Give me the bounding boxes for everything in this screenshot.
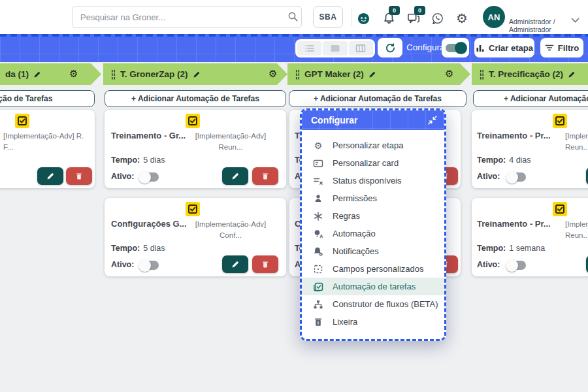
task-card[interactable]: Treinamento - Pr... [Implementação-Adv] … bbox=[472, 110, 588, 188]
task-card[interactable]: Treinamento - Pr... [Implementação-Adv] … bbox=[472, 198, 588, 276]
stage-header[interactable]: GPT Maker (2) bbox=[287, 63, 470, 85]
groner-app: SBA 0 0 ⚙ AN Administrador / Administrad… bbox=[0, 0, 588, 392]
avatar[interactable]: AN bbox=[483, 6, 505, 28]
card-subtitle: Reun... bbox=[182, 142, 280, 153]
stage-title: da (1) bbox=[5, 69, 29, 79]
stage-title: GPT Maker (2) bbox=[304, 69, 364, 79]
card-tempo: Tempo:1 semana bbox=[477, 244, 545, 253]
collapse-icon[interactable] bbox=[427, 115, 438, 128]
menu-item-notificacoes[interactable]: Notificações bbox=[302, 242, 444, 260]
popup-title: Configurar bbox=[311, 115, 358, 125]
card-tempo: Tempo:5 dias bbox=[111, 244, 165, 253]
menu-item-status-disponiveis[interactable]: Status disponíveis bbox=[302, 172, 444, 189]
card-tempo: Tempo:4 dias bbox=[477, 155, 531, 165]
edit-button[interactable] bbox=[37, 167, 63, 185]
assistant-icon[interactable] bbox=[356, 11, 370, 25]
top-bar: SBA 0 0 ⚙ AN Administrador / Administrad… bbox=[0, 0, 588, 34]
task-card[interactable]: Configurações G... [Implementação-Adv] C… bbox=[105, 198, 286, 276]
drag-handle-icon[interactable] bbox=[295, 69, 300, 80]
drag-handle-icon[interactable] bbox=[480, 69, 484, 80]
menu-item-permissoes[interactable]: Permissões bbox=[302, 189, 444, 207]
whatsapp-icon[interactable] bbox=[430, 11, 444, 25]
stage-title: T. GronerZap (2) bbox=[120, 69, 188, 79]
task-card[interactable]: [Implementação-Adv] R. F... bbox=[0, 110, 95, 188]
kanban-board: da (1) ⚙ + Adicionar Automação de Tarefa… bbox=[0, 62, 588, 392]
delete-button[interactable] bbox=[66, 167, 92, 185]
stage-gear-icon[interactable]: ⚙ bbox=[69, 69, 78, 78]
create-stage-button[interactable]: Criar etapa bbox=[474, 38, 534, 57]
edit-button[interactable] bbox=[222, 167, 248, 185]
edit-pencil-icon bbox=[568, 71, 576, 78]
notifications-badge: 0 bbox=[389, 6, 400, 15]
task-check-icon bbox=[15, 114, 29, 128]
menu-item-personalizar-card[interactable]: Personalizar card bbox=[302, 154, 444, 172]
active-toggle[interactable] bbox=[140, 172, 159, 182]
add-task-automation-button[interactable]: + Adicionar Automação de Tarefas bbox=[105, 90, 286, 107]
bar-chart-icon bbox=[476, 43, 485, 52]
card-icon bbox=[312, 158, 324, 169]
active-toggle[interactable] bbox=[508, 261, 526, 270]
card-view-icon[interactable] bbox=[323, 41, 347, 56]
configure-popup: Configurar ⚙ Personalizar etapa Personal… bbox=[300, 108, 446, 341]
refresh-button[interactable] bbox=[378, 38, 402, 57]
flow-tree-icon bbox=[312, 299, 324, 310]
edit-button[interactable] bbox=[222, 255, 248, 273]
task-check-icon bbox=[553, 202, 567, 216]
stage-gear-icon[interactable]: ⚙ bbox=[445, 69, 453, 78]
configure-popup-header[interactable]: Configurar bbox=[302, 110, 444, 130]
sba-button[interactable]: SBA bbox=[313, 6, 343, 28]
filter-button[interactable]: Filtro bbox=[540, 38, 583, 57]
stage-header[interactable]: da (1) bbox=[0, 63, 101, 85]
list-view-icon[interactable] bbox=[297, 41, 321, 56]
search-input[interactable] bbox=[72, 6, 302, 28]
asterisk-icon bbox=[312, 211, 324, 221]
card-ativo-label: Ativo: bbox=[111, 260, 137, 269]
active-toggle[interactable] bbox=[140, 261, 159, 270]
card-title: Treinamento - Gr... bbox=[111, 131, 186, 140]
task-check-icon bbox=[186, 114, 200, 128]
add-task-automation-button[interactable]: + Adicionar Automação de Tarefas bbox=[0, 90, 95, 107]
trash-icon bbox=[312, 317, 324, 327]
delete-button[interactable] bbox=[252, 255, 278, 273]
svg-text:A: A bbox=[319, 234, 323, 238]
menu-item-lixeira[interactable]: Lixeira bbox=[302, 313, 444, 331]
stage-gear-icon[interactable]: ⚙ bbox=[269, 69, 277, 78]
chevron-down-icon[interactable] bbox=[571, 14, 580, 26]
custom-fields-icon bbox=[312, 264, 324, 274]
active-toggle[interactable] bbox=[508, 172, 526, 182]
card-subtitle: [Implementação-Adv] bbox=[182, 131, 280, 142]
menu-item-regras[interactable]: Regras bbox=[302, 207, 444, 225]
task-check-icon bbox=[553, 114, 567, 128]
menu-item-campos-personalizados[interactable]: Campos personalizados bbox=[302, 260, 444, 278]
card-subtitle: F... bbox=[3, 142, 93, 153]
lightbulb-icon: A bbox=[312, 229, 324, 239]
card-ativo-label: Ativo: bbox=[477, 260, 503, 269]
configure-menu: ⚙ Personalizar etapa Personalizar card S… bbox=[302, 130, 444, 331]
card-title: Treinamento - Pr... bbox=[477, 219, 551, 229]
bell-gear-icon bbox=[312, 246, 324, 257]
view-switcher bbox=[295, 39, 375, 57]
settings-gear-icon[interactable]: ⚙ bbox=[455, 11, 469, 25]
menu-item-construtor-de-fluxos[interactable]: Construtor de fluxos (BETA) bbox=[302, 295, 444, 313]
stage-header[interactable]: T. Precificação (2) bbox=[472, 63, 588, 85]
stage-header[interactable]: T. GronerZap (2) bbox=[103, 63, 287, 85]
card-ativo-label: Ativo: bbox=[477, 172, 503, 181]
gear-icon: ⚙ bbox=[312, 141, 324, 150]
add-task-automation-button[interactable]: + Adicionar Automação de Tarefas bbox=[473, 90, 588, 107]
kanban-view-icon[interactable] bbox=[349, 41, 373, 56]
task-check-icon bbox=[312, 282, 324, 292]
delete-button[interactable] bbox=[252, 167, 278, 185]
card-subtitle: [Implementação-Adv] R. bbox=[3, 131, 93, 142]
task-card[interactable]: Treinamento - Gr... [Implementação-Adv] … bbox=[105, 110, 286, 188]
configure-toggle[interactable] bbox=[442, 38, 469, 57]
search-icon[interactable] bbox=[287, 11, 299, 25]
messages-badge: 0 bbox=[414, 6, 425, 15]
card-subtitle: Reun... bbox=[565, 142, 588, 153]
card-subtitle: Conf... bbox=[182, 230, 280, 241]
menu-item-personalizar-etapa[interactable]: ⚙ Personalizar etapa bbox=[302, 137, 444, 154]
add-task-automation-button[interactable]: + Adicionar Automação de Tarefas bbox=[289, 90, 466, 107]
menu-item-automacao[interactable]: A Automação bbox=[302, 225, 444, 242]
drag-handle-icon[interactable] bbox=[111, 69, 116, 80]
stage-title: T. Precificação (2) bbox=[489, 69, 563, 79]
menu-item-automacao-de-tarefas[interactable]: Automação de tarefas bbox=[302, 278, 444, 295]
